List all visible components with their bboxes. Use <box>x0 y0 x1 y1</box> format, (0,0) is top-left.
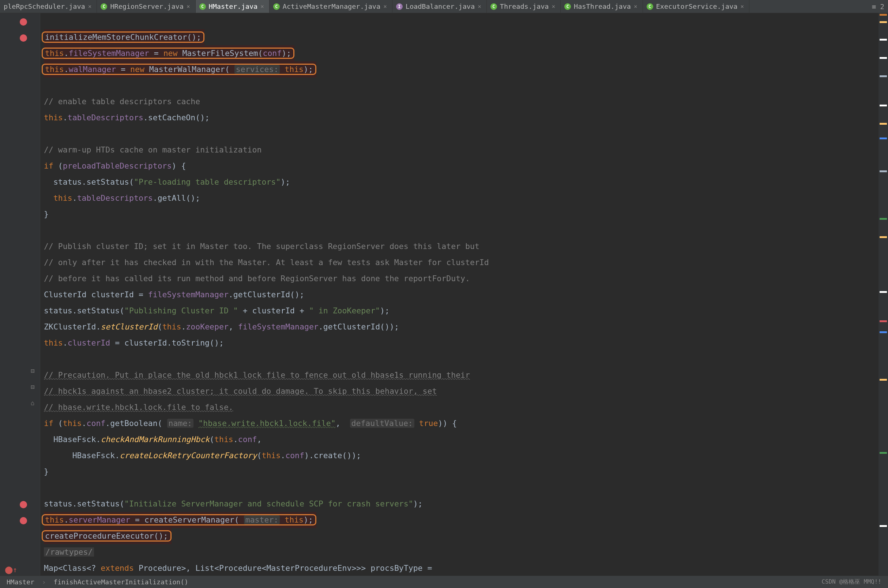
tab-loadbalancer[interactable]: LoadBalancer.java × <box>392 0 487 13</box>
stripe-marker[interactable] <box>880 218 887 220</box>
tab-label: ActiveMasterManager.java <box>283 3 380 10</box>
stripe-marker[interactable] <box>880 320 887 322</box>
class-icon <box>490 3 497 10</box>
watermark: CSDN @格格巫 MMQ!! <box>821 578 881 586</box>
code-line: status.setStatus("Initialize ServerManag… <box>44 499 423 508</box>
tab-activemastermanager[interactable]: ActiveMasterManager.java × <box>270 0 392 13</box>
breakpoint-icon[interactable] <box>20 18 27 26</box>
tab-label: HasThread.java <box>574 3 631 10</box>
code-line: } <box>44 467 49 476</box>
stripe-marker[interactable] <box>880 331 887 333</box>
class-icon <box>200 3 206 10</box>
code-line: HBaseFsck.createLockRetryCounterFactory(… <box>44 451 361 460</box>
breakpoint-icon[interactable] <box>20 34 27 42</box>
stripe-marker[interactable] <box>880 170 887 172</box>
stripe-marker[interactable] <box>880 39 887 40</box>
breadcrumb[interactable]: HMaster › finishActiveMasterInitializati… <box>7 578 188 586</box>
code-pane[interactable]: initializeMemStoreChunkCreator(); this.f… <box>40 13 879 576</box>
code-line: // before it has called its run method a… <box>44 274 470 283</box>
stripe-marker[interactable] <box>880 138 887 140</box>
tab-threads[interactable]: Threads.java × <box>487 0 561 13</box>
stripe-marker[interactable] <box>880 236 887 238</box>
code-line: if (this.conf.getBoolean( name: "hbase.w… <box>44 419 457 428</box>
tab-executorservice[interactable]: ExecutorService.java × <box>643 0 749 13</box>
stripe-marker[interactable] <box>880 21 887 23</box>
code-line: this.tableDescriptors.getAll(); <box>44 194 200 202</box>
tab-plerpcscheduler[interactable]: pleRpcScheduler.java × <box>0 0 97 13</box>
code-line: // hbase.write.hbck1.lock.file to false. <box>44 403 233 412</box>
tab-label: LoadBalancer.java <box>406 3 475 10</box>
code-line: this.tableDescriptors.setCacheOn(); <box>44 113 210 122</box>
vcs-up-icon[interactable]: ⬤↑ <box>5 566 17 574</box>
close-icon[interactable]: × <box>634 4 638 9</box>
stripe-marker[interactable] <box>880 57 887 59</box>
close-icon[interactable]: × <box>740 4 744 9</box>
tab-overflow[interactable]: ≡ 2 <box>868 0 888 13</box>
close-icon[interactable]: × <box>552 4 555 9</box>
stripe-marker[interactable] <box>880 14 887 16</box>
tab-label: HMaster.java <box>209 3 258 10</box>
code-line: } <box>44 210 49 219</box>
code-line: ZKClusterId.setClusterId(this.zooKeeper,… <box>44 322 399 331</box>
code-line: // Publish cluster ID; set it in Master … <box>44 242 480 251</box>
tab-label: ExecutorService.java <box>656 3 738 10</box>
code-line: // only after it has checked in with the… <box>44 258 489 267</box>
code-line: // enable table descriptors cache <box>44 97 200 106</box>
tab-label: HRegionServer.java <box>110 3 183 10</box>
breadcrumb-item[interactable]: finishActiveMasterInitialization() <box>53 578 188 586</box>
collapse-icon[interactable]: ⊟ <box>31 383 34 390</box>
code-line: // Precaution. Put in place the old hbck… <box>44 370 470 380</box>
breakpoint-icon[interactable] <box>20 517 27 524</box>
code-line: Map<Class<? extends Procedure>, List<Pro… <box>44 564 432 573</box>
class-icon <box>646 3 653 10</box>
marker-stripe[interactable] <box>879 13 888 576</box>
stripe-marker[interactable] <box>880 379 887 381</box>
code-line: initializeMemStoreChunkCreator(); <box>45 29 201 45</box>
breakpoint-icon[interactable] <box>20 501 27 508</box>
tab-hregionserver[interactable]: HRegionServer.java × <box>97 0 195 13</box>
code-line: /rawtypes/ <box>44 548 94 556</box>
class-icon <box>100 3 107 10</box>
class-icon <box>273 3 280 10</box>
tab-hmaster[interactable]: HMaster.java × <box>196 0 270 13</box>
chevron-right-icon: › <box>38 578 50 586</box>
tab-bar: pleRpcScheduler.java × HRegionServer.jav… <box>0 0 888 13</box>
tab-label: pleRpcScheduler.java <box>4 3 85 10</box>
breadcrumb-bar: HMaster › finishActiveMasterInitializati… <box>0 576 888 588</box>
stripe-marker[interactable] <box>880 75 887 77</box>
stripe-marker[interactable] <box>880 452 887 454</box>
stripe-marker[interactable] <box>880 291 887 293</box>
code-line: this.fileSystemManager = new MasterFileS… <box>45 45 291 62</box>
run-to-line-icon[interactable]: ⌂ <box>31 399 34 406</box>
tab-spacer <box>749 0 868 13</box>
close-icon[interactable]: × <box>478 4 481 9</box>
overflow-icon: ≡ 2 <box>872 3 884 10</box>
gutter[interactable]: ⊟ ⊟ ⌂ ⬤↑ <box>0 13 40 576</box>
code-line: HBaseFsck.checkAndMarkRunningHbck(this.c… <box>44 435 261 444</box>
stripe-marker[interactable] <box>880 525 887 527</box>
code-line: // hbck1s against an hbase2 cluster; it … <box>44 387 436 396</box>
tab-hasthread[interactable]: HasThread.java × <box>561 0 643 13</box>
stripe-marker[interactable] <box>880 105 887 106</box>
close-icon[interactable]: × <box>383 4 387 9</box>
editor: ⊟ ⊟ ⌂ ⬤↑ initializeMemStoreChunkCreator(… <box>0 13 888 576</box>
code-line: createProcedureExecutor(); <box>45 528 168 544</box>
code-line: // warm-up HTDs cache on master initiali… <box>44 145 261 154</box>
close-icon[interactable]: × <box>186 4 190 9</box>
interface-icon <box>396 3 403 10</box>
close-icon[interactable]: × <box>88 4 92 9</box>
stripe-marker[interactable] <box>880 123 887 125</box>
code-line: this.serverManager = createServerManager… <box>45 512 313 528</box>
tab-label: Threads.java <box>500 3 549 10</box>
code-line: this.walManager = new MasterWalManager( … <box>45 62 313 78</box>
code-line: status.setStatus("Publishing Cluster ID … <box>44 306 390 315</box>
code-line: status.setStatus("Pre-loading table desc… <box>44 177 290 186</box>
close-icon[interactable]: × <box>260 4 264 9</box>
code-line: this.clusterId = clusterId.toString(); <box>44 338 224 347</box>
collapse-icon[interactable]: ⊟ <box>31 367 34 375</box>
breadcrumb-item[interactable]: HMaster <box>7 578 34 586</box>
code-line: if (preLoadTableDescriptors) { <box>44 161 186 170</box>
class-icon <box>564 3 571 10</box>
code-line: ClusterId clusterId = fileSystemManager.… <box>44 290 304 299</box>
